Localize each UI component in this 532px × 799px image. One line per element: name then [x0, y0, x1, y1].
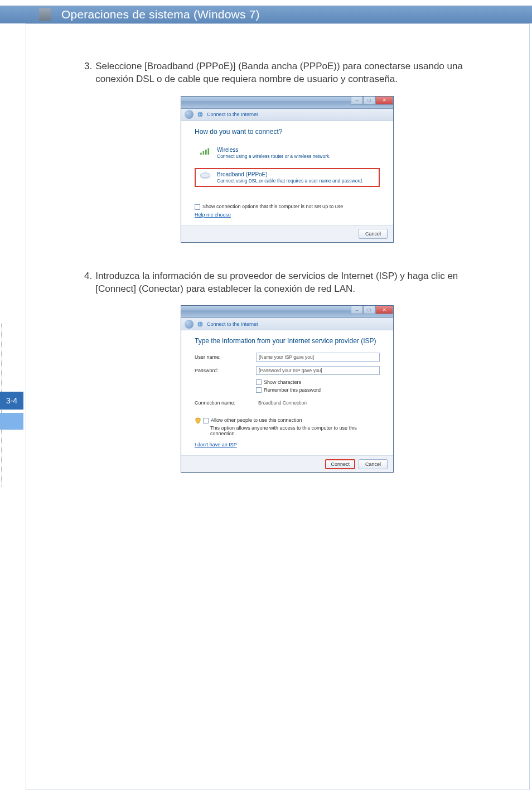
- checkbox-show-options[interactable]: [195, 204, 200, 210]
- svg-rect-4: [207, 148, 209, 155]
- header-title: Operaciones de sistema (Windows 7): [61, 8, 260, 21]
- show-chars-label: Show characters: [264, 379, 301, 385]
- step-4: 4. Introduzca la información de su prove…: [84, 269, 490, 473]
- svg-rect-1: [200, 153, 202, 155]
- option-desc: Connect using a wireless router or a wir…: [217, 153, 331, 159]
- cancel-button[interactable]: Cancel: [359, 229, 388, 239]
- maximize-button[interactable]: □: [363, 97, 375, 105]
- connection-name-label: Connection name:: [195, 400, 256, 406]
- checkbox-remember[interactable]: [256, 387, 262, 393]
- wireless-icon: [199, 147, 211, 156]
- connection-name-input[interactable]: Broadband Connection: [256, 398, 380, 407]
- page-frame: 3. Seleccione [Broadband (PPPoE)] (Banda…: [26, 23, 530, 790]
- dialog-heading: How do you want to connect?: [195, 128, 380, 136]
- svg-rect-3: [205, 150, 207, 155]
- dialog-isp-info: – □ ✕ Connect to the Internet Type the i…: [181, 305, 394, 473]
- step-number: 3.: [84, 60, 92, 73]
- dialog-heading: Type the information from your Internet …: [195, 337, 380, 345]
- allow-desc: This option allows anyone with access to…: [210, 425, 380, 436]
- globe-icon: [197, 111, 204, 118]
- checkbox-label: Show connection options that this comput…: [202, 204, 343, 209]
- checkbox-allow-others[interactable]: [203, 418, 209, 423]
- connect-button[interactable]: Connect: [325, 459, 355, 469]
- maximize-button[interactable]: □: [363, 306, 375, 314]
- cancel-button[interactable]: Cancel: [359, 459, 388, 469]
- password-label: Password:: [195, 368, 256, 373]
- svg-point-6: [200, 173, 210, 178]
- option-broadband[interactable]: Broadband (PPPoE) Connect using DSL or c…: [195, 168, 380, 187]
- option-wireless[interactable]: Wireless Connect using a wireless router…: [195, 143, 380, 162]
- close-button[interactable]: ✕: [375, 306, 393, 314]
- dialog-connect-method: – □ ✕ Connect to the Internet How do you…: [181, 96, 394, 243]
- svg-rect-2: [203, 151, 205, 155]
- dialog-titlebar: – □ ✕: [181, 306, 393, 318]
- allow-label: Allow other people to use this connectio…: [211, 418, 302, 423]
- minimize-button[interactable]: –: [351, 306, 363, 314]
- step-3: 3. Seleccione [Broadband (PPPoE)] (Banda…: [84, 60, 490, 243]
- username-label: User name:: [195, 354, 256, 360]
- page-header: Operaciones de sistema (Windows 7): [0, 6, 532, 23]
- breadcrumb-text: Connect to the Internet: [207, 112, 258, 117]
- minimize-button[interactable]: –: [351, 97, 363, 105]
- breadcrumb-text: Connect to the Internet: [207, 321, 258, 327]
- username-input[interactable]: [Name your ISP gave you]: [256, 353, 380, 362]
- step-text: Seleccione [Broadband (PPPoE)] (Banda an…: [95, 60, 490, 86]
- back-icon[interactable]: [185, 320, 194, 329]
- help-me-choose-link[interactable]: Help me choose: [195, 212, 231, 218]
- no-isp-link[interactable]: I don't have an ISP: [195, 442, 237, 447]
- remember-label: Remember this password: [264, 387, 321, 393]
- breadcrumb-bar: Connect to the Internet: [181, 318, 393, 330]
- checkbox-show-chars[interactable]: [256, 379, 262, 385]
- step-number: 4.: [84, 269, 92, 282]
- header-logo: [39, 8, 51, 21]
- side-dots-lower: [1, 424, 4, 487]
- step-text: Introduzca la información de su proveedo…: [95, 269, 490, 296]
- page-number-tab: 3-4: [0, 392, 23, 410]
- option-title: Broadband (PPPoE): [217, 171, 363, 178]
- globe-icon: [197, 321, 204, 328]
- dialog-titlebar: – □ ✕: [181, 97, 393, 109]
- close-button[interactable]: ✕: [375, 97, 393, 105]
- modem-icon: [199, 171, 211, 180]
- shield-icon: [195, 417, 201, 424]
- breadcrumb-bar: Connect to the Internet: [181, 109, 393, 121]
- option-title: Wireless: [217, 147, 331, 153]
- back-icon[interactable]: [185, 110, 194, 119]
- option-desc: Connect using DSL or cable that requires…: [217, 178, 363, 184]
- password-input[interactable]: [Password your ISP gave you]: [256, 366, 380, 375]
